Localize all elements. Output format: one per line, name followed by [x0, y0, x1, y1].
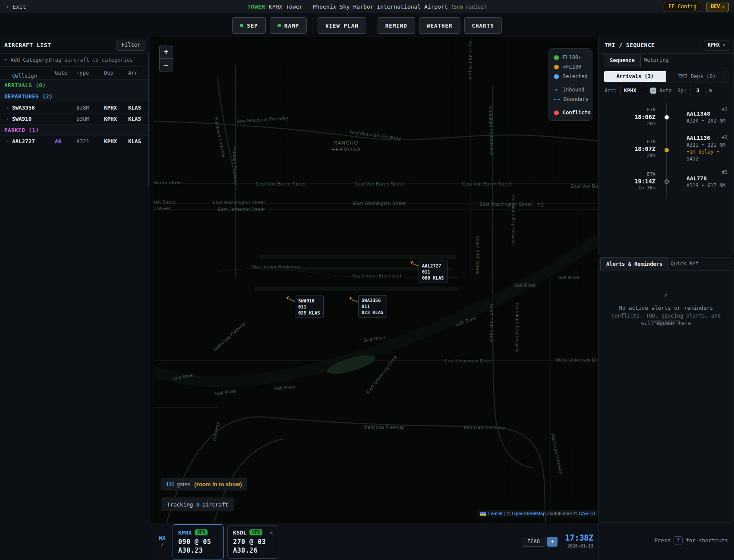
- aircraft-list-header: AIRCRAFT LIST Filter: [0, 37, 150, 54]
- legend-divider: [549, 83, 592, 83]
- window-title: TOWERKPHX Tower - Phoenix Sky Harbor Int…: [0, 0, 734, 13]
- wx-station-card[interactable]: KPHXVFR090 @ 05A30.23: [173, 524, 224, 560]
- alerts-empty-desc-2: will appear here: [599, 320, 734, 326]
- toolbar-button-view-plan[interactable]: VIEW PLAN: [318, 17, 366, 34]
- legend-label: Selected: [563, 73, 588, 79]
- star-icon[interactable]: ★: [6, 102, 9, 113]
- wx-station-header: KPHXVFR: [178, 529, 218, 536]
- street-label: West University Dr: [556, 357, 597, 362]
- aircraft-dep: KPHX: [104, 113, 117, 124]
- status-dot: [240, 24, 243, 27]
- aircraft-type: B38M: [76, 102, 89, 113]
- toolbar-button-sep[interactable]: SEP: [232, 17, 266, 34]
- sequence-tab-row: Sequence Metering: [599, 54, 734, 67]
- tab-sequence[interactable]: Sequence: [604, 54, 641, 67]
- arr-input[interactable]: [620, 86, 647, 95]
- aircraft-row[interactable]: ★SWA910B38MKPHXKLAS: [0, 113, 150, 125]
- aircraft-label-altitude: 011: [422, 269, 444, 275]
- icao-toggle-button[interactable]: ICAO: [522, 537, 545, 547]
- segment-tmi-deps[interactable]: TMI Deps (0): [666, 71, 728, 82]
- eta-label: ETA: [599, 107, 655, 113]
- radar-map[interactable]: Red Mountain FreewayRed Mountain Freeway…: [154, 37, 598, 523]
- zoom-in-button[interactable]: +: [160, 45, 173, 59]
- tab-metering[interactable]: Metering: [638, 54, 674, 66]
- tracking-suffix: aircraft: [202, 501, 228, 508]
- wx-station-card[interactable]: KSDLVFR✕270 @ 03A30.26: [227, 525, 278, 559]
- carto-link[interactable]: CARTO: [579, 511, 595, 516]
- fe-config-button[interactable]: FE Config: [664, 2, 701, 12]
- aircraft-dep: KPHX: [104, 102, 117, 113]
- map-zoom-control: + −: [159, 45, 173, 72]
- leaflet-link[interactable]: Leaflet: [488, 511, 503, 516]
- toolbar-button-remind[interactable]: REMIND: [378, 17, 415, 34]
- eta-label: ETA: [599, 171, 655, 178]
- column-headers: Callsign▲ Gate Type Dep Arr: [0, 67, 150, 80]
- toolbar-button-label: CHARTS: [472, 22, 494, 29]
- sequence-entry[interactable]: ETA19:14Z1h 36m#3AAL778A319 • 617 NM: [599, 169, 734, 198]
- close-icon[interactable]: ✕: [722, 42, 725, 48]
- spacing-input[interactable]: [690, 86, 706, 95]
- aircraft-label-callsign: SWA910: [298, 298, 320, 304]
- street-label: Sky Harbor Boulevard: [352, 273, 401, 278]
- street-label: RANCHO HERMOSO: [331, 140, 361, 153]
- tracking-badge: Tracking 3 aircraft: [161, 497, 234, 511]
- panel-title: AIRCRAFT LIST: [4, 42, 51, 48]
- add-station-button[interactable]: +: [547, 537, 558, 547]
- category-header[interactable]: PARKED (1): [0, 125, 150, 136]
- attribution-mid: contributors ©: [547, 511, 577, 516]
- zulu-time: 17:38Z: [562, 533, 593, 542]
- zoom-out-button[interactable]: −: [160, 59, 173, 72]
- toolbar-button-charts[interactable]: CHARTS: [464, 17, 502, 34]
- street-label: South 44th Street: [489, 304, 494, 343]
- airport-chip[interactable]: KPHX✕: [704, 41, 729, 50]
- eta-time: 19:14Z: [599, 178, 655, 185]
- aircraft-label[interactable]: SWA910011025 KLAS: [295, 296, 324, 318]
- flight-callsign: AAL778: [687, 175, 730, 182]
- sequence-entry[interactable]: ETA18:07Z29m#2AAL1136A321 • 221 NM+1m de…: [599, 133, 734, 161]
- star-icon[interactable]: ★: [6, 136, 9, 147]
- star-icon[interactable]: ★: [6, 113, 9, 124]
- column-dep[interactable]: Dep: [104, 70, 113, 76]
- column-arr[interactable]: Arr: [128, 70, 138, 76]
- aircraft-label[interactable]: AAL2727011000 KLAS: [419, 261, 447, 283]
- osm-link[interactable]: OpenStreetMap: [512, 511, 546, 516]
- gates-zoom-hint: (zoom in to show): [194, 481, 242, 488]
- dev-dropdown[interactable]: DEV∨: [706, 2, 729, 12]
- filter-button[interactable]: Filter: [117, 40, 145, 51]
- aircraft-row[interactable]: ★SWA3356B38MKPHXKLAS: [0, 102, 150, 113]
- flight-callsign: AAL1136: [687, 135, 730, 142]
- category-header[interactable]: ARRIVALS (0): [0, 80, 150, 91]
- sequence-entry[interactable]: ETA18:06Z28m#1AAL1348A320 • 202 NM: [599, 102, 734, 130]
- arr-label: Arr:: [605, 88, 617, 94]
- segment-arrivals[interactable]: Arrivals (3): [604, 71, 666, 82]
- aircraft-arr: KLAS: [128, 113, 141, 124]
- sort-arrow-icon: ▲: [14, 73, 16, 77]
- boundary-dash-icon: [554, 99, 560, 100]
- auto-checkbox[interactable]: ✓: [650, 88, 656, 94]
- column-type[interactable]: Type: [76, 70, 89, 76]
- aircraft-row[interactable]: ★AAL2727A9A321KPHXKLAS: [0, 136, 150, 147]
- aircraft-label[interactable]: SWA3356011023 KLAS: [358, 295, 387, 318]
- scrollbar[interactable]: [148, 52, 149, 186]
- shortcuts-suffix: for shortcuts: [686, 537, 728, 544]
- toolbar-button-weather[interactable]: WEATHER: [419, 17, 460, 34]
- street-label: East Washington Street: [212, 200, 265, 205]
- wx-station-id: KSDL: [233, 529, 246, 536]
- eta-time: 18:06Z: [599, 113, 655, 120]
- column-gate[interactable]: Gate: [55, 70, 67, 76]
- wx-altimeter: A30.23: [178, 546, 218, 555]
- category-header[interactable]: DEPARTURES (2): [0, 91, 150, 102]
- map-attribution: Leaflet | © OpenStreetMap contributors ©…: [477, 510, 598, 517]
- shortcuts-hint: Press ? for shortcuts: [654, 536, 728, 544]
- aircraft-label-altitude: 011: [362, 303, 384, 309]
- aircraft-label-speed-dest: 000 KLAS: [422, 275, 444, 281]
- add-category-button[interactable]: + Add Category: [4, 57, 48, 63]
- legend-item: ▼Inbound: [549, 85, 592, 94]
- arrivals-deps-toggle: Arrivals (3) TMI Deps (0): [604, 71, 728, 82]
- toolbar-button-ramp[interactable]: RAMP: [270, 17, 307, 34]
- close-icon[interactable]: ✕: [270, 530, 273, 535]
- street-label: Hohokam Expressway: [511, 195, 516, 245]
- tab-quick-ref[interactable]: Quick Ref: [665, 258, 704, 270]
- gates-badge[interactable]: 111 gates (zoom in to show): [161, 478, 247, 491]
- tab-alerts-reminders[interactable]: Alerts & Reminders: [600, 258, 668, 271]
